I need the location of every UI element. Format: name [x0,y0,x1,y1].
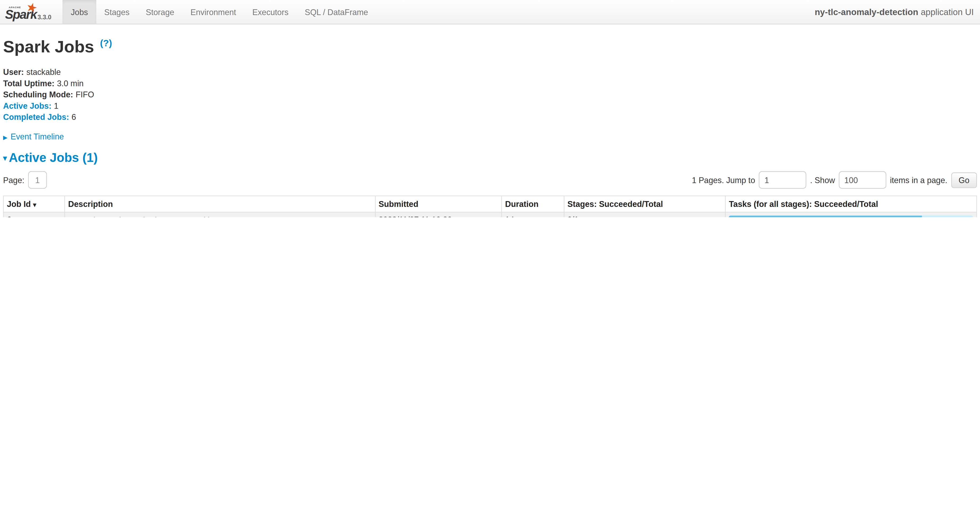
tab-environment[interactable]: Environment [182,0,244,24]
active-jobs-header-label: Active Jobs (1) [9,151,98,164]
spark-logo[interactable]: APACHE Spark ★ 3.3.0 [0,0,58,24]
info-uptime-label: Total Uptime: [3,79,54,88]
jump-to-input[interactable] [759,171,806,189]
nav-tabs: Jobs Stages Storage Environment Executor… [63,0,376,24]
tab-jobs[interactable]: Jobs [63,0,96,24]
tab-sql-dataframe[interactable]: SQL / DataFrame [297,0,376,24]
task-progress-label: 15/19 (4 running) [729,216,973,217]
active-jobs-link[interactable]: Active Jobs: [3,101,52,111]
page-title: Spark Jobs (?) [3,38,977,57]
info-uptime-value: 3.0 min [57,79,84,88]
application-name: ny-tlc-anomaly-detection application UI [815,0,980,24]
info-scheduling-mode: Scheduling Mode:FIFO [3,89,977,101]
col-description[interactable]: Description [65,196,375,212]
show-items-input[interactable] [839,171,886,189]
completed-jobs-count: 6 [72,113,76,122]
tab-stages[interactable]: Stages [96,0,138,24]
go-button[interactable]: Go [951,172,977,188]
event-timeline-toggle[interactable]: ▶Event Timeline [3,132,977,141]
spark-star-icon: ★ [25,0,40,16]
description-cell: append at NativeMethodAccessorImpl.java:… [65,212,375,217]
event-timeline-label: Event Timeline [11,132,64,141]
tasks-cell: 15/19 (4 running) [725,212,977,217]
duration-cell: 14 s [502,212,564,217]
description-text: append at NativeMethodAccessorImpl.java:… [68,215,372,217]
application-name-suffix: application UI [921,7,974,17]
application-name-bold: ny-tlc-anomaly-detection [815,7,918,17]
summary-info: User:stackable Total Uptime:3.0 min Sche… [3,67,977,123]
info-user-label: User: [3,67,24,77]
spark-ui-page: APACHE Spark ★ 3.3.0 Jobs Stages Storage… [0,0,980,217]
info-scheduling-value: FIFO [76,90,94,99]
collapse-right-icon: ▶ [3,134,7,141]
col-job-id[interactable]: Job Id ▾ [3,196,65,212]
info-scheduling-label: Scheduling Mode: [3,90,73,99]
pages-text: 1 Pages. Jump to [692,175,755,184]
info-active-jobs: Active Jobs:1 [3,100,977,112]
show-text: . Show [810,175,835,184]
collapse-down-icon: ▾ [3,154,7,162]
active-jobs-table: Job Id ▾ Description Submitted Duration … [3,195,977,217]
info-user: User:stackable [3,67,977,78]
items-text: items in a page. [890,175,947,184]
completed-jobs-link[interactable]: Completed Jobs: [3,113,69,122]
info-completed-jobs: Completed Jobs:6 [3,112,977,123]
page-label: Page: [3,175,24,184]
stages-cell: 0/1 [564,212,725,217]
job-id-cell: 6 [3,212,65,217]
sort-desc-icon: ▾ [33,201,36,208]
spark-version: 3.3.0 [38,14,52,22]
active-jobs-count: 1 [54,101,59,111]
task-progress-bar: 15/19 (4 running) [729,216,973,217]
help-link[interactable]: (?) [100,38,112,48]
navbar: APACHE Spark ★ 3.3.0 Jobs Stages Storage… [0,0,980,24]
col-duration[interactable]: Duration [502,196,564,212]
active-job-row-6: 6 append at NativeMethodAccessorImpl.jav… [3,212,977,217]
col-tasks[interactable]: Tasks (for all stages): Succeeded/Total [725,196,977,212]
info-uptime: Total Uptime:3.0 min [3,78,977,89]
page-title-text: Spark Jobs [3,38,94,56]
col-submitted[interactable]: Submitted [375,196,502,212]
active-pager-top: Page: 1 Pages. Jump to . Show items in a… [3,171,977,189]
active-table-header-row: Job Id ▾ Description Submitted Duration … [3,196,977,212]
submitted-cell: 2022/11/07 11:10:20 [375,212,502,217]
tab-storage[interactable]: Storage [138,0,182,24]
info-user-value: stackable [27,67,61,77]
page-number-input[interactable] [28,171,47,189]
active-jobs-header[interactable]: ▾Active Jobs (1) [3,151,977,165]
tab-executors[interactable]: Executors [244,0,297,24]
col-stages[interactable]: Stages: Succeeded/Total [564,196,725,212]
